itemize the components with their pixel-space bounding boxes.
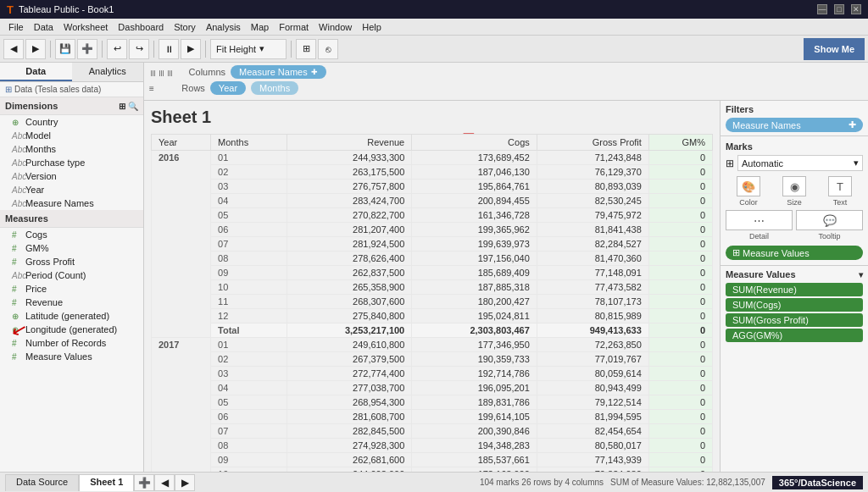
measure-longitude[interactable]: ⊕ Longitude (generated)	[0, 323, 143, 336]
mv-pill-cogs[interactable]: SUM(Cogs)	[726, 298, 863, 312]
size-icon: ◉	[782, 176, 806, 196]
minimize-btn[interactable]: —	[817, 4, 827, 14]
month-cell: 08	[211, 252, 287, 266]
abc-icon: Abc	[12, 185, 22, 195]
back-btn[interactable]: ◀	[3, 39, 24, 59]
measure-revenue[interactable]: # Revenue	[0, 296, 143, 309]
dim-months[interactable]: Abc Months	[0, 142, 143, 156]
measure-latitude[interactable]: ⊕ Latitude (generated)	[0, 309, 143, 323]
dim-measure-names[interactable]: Abc Measure Names	[0, 196, 143, 210]
tab-data[interactable]: Data	[0, 63, 72, 81]
maximize-btn[interactable]: □	[834, 4, 844, 14]
menu-dashboard[interactable]: Dashboard	[113, 21, 169, 33]
data-source-label[interactable]: ⊞ Data (Tesla sales data)	[0, 82, 143, 97]
show-me-button[interactable]: Show Me	[804, 38, 865, 60]
menu-window[interactable]: Window	[314, 21, 357, 33]
tab-analytics[interactable]: Analytics	[72, 63, 144, 81]
add-sheet-btn[interactable]: ➕	[134, 474, 154, 491]
th-gross-profit: Gross Profit	[537, 135, 648, 151]
marks-text-btn[interactable]: T Text	[828, 176, 852, 207]
nav-next-btn[interactable]: ▶	[175, 474, 195, 491]
fix-size-btn[interactable]: ⊞	[296, 39, 316, 59]
measure-period[interactable]: Abc Period (Count)	[0, 268, 143, 282]
mv-pill-gross-profit[interactable]: SUM(Gross Profit)	[726, 313, 863, 327]
close-btn[interactable]: ✕	[851, 4, 861, 14]
measure-gm[interactable]: # GM%	[0, 241, 143, 255]
redo-btn[interactable]: ↪	[129, 39, 149, 59]
cogs-cell: 180,200,427	[412, 295, 537, 309]
month-cell: 06	[211, 410, 287, 424]
hash-icon: #	[12, 285, 22, 294]
status-sum: SUM of Measure Values: 12,882,135,007	[610, 478, 765, 487]
marks-tooltip-btn[interactable]: 💬 Tooltip	[796, 210, 863, 240]
marks-color-btn[interactable]: 🎨 Color	[737, 176, 760, 207]
marks-type-dropdown[interactable]: Automatic ▾	[737, 155, 863, 171]
fit-dropdown[interactable]: Fit Height ▾	[210, 39, 287, 59]
nav-prev-btn[interactable]: ◀	[154, 474, 175, 491]
mv-cogs-label: SUM(Cogs)	[732, 300, 781, 310]
measure-measure-values[interactable]: # Measure Values	[0, 350, 143, 363]
cogs-cell: 197,156,040	[412, 252, 537, 266]
marks-detail-btn[interactable]: ⋯ Detail	[726, 210, 793, 240]
revenue-cell: 263,175,500	[287, 165, 412, 180]
menu-analysis[interactable]: Analysis	[201, 21, 246, 33]
dim-country[interactable]: ⊕ Country	[0, 115, 143, 129]
gm-cell: 0	[648, 381, 712, 395]
columns-pill-measure-names[interactable]: Measure Names ✚	[231, 65, 326, 79]
menu-map[interactable]: Map	[246, 21, 274, 33]
month-cell: 05	[211, 208, 287, 223]
gross-profit-cell: 80,815,989	[537, 309, 648, 323]
rows-pill-year[interactable]: Year	[210, 81, 246, 95]
month-cell: 04	[211, 381, 287, 395]
mv-dropdown-icon[interactable]: ▾	[859, 270, 863, 279]
pill-label: Measure Names	[239, 67, 308, 77]
menu-worksheet[interactable]: Worksheet	[58, 21, 113, 33]
search-icon[interactable]: 🔍	[128, 102, 138, 111]
gross-profit-cell: 77,148,091	[537, 266, 648, 280]
marks-size-btn[interactable]: ◉ Size	[782, 176, 806, 207]
dim-model[interactable]: Abc Model	[0, 129, 143, 142]
share-btn[interactable]: ⎋	[318, 39, 338, 59]
menu-data[interactable]: Data	[29, 21, 58, 33]
dim-purchase-type[interactable]: Abc Purchase type	[0, 156, 143, 169]
window-controls[interactable]: — □ ✕	[817, 4, 861, 14]
filter-pill-measure-names[interactable]: Measure Names ✚	[726, 118, 863, 132]
tab-datasource[interactable]: Data Source	[5, 474, 79, 491]
run-btn[interactable]: ▶	[181, 39, 201, 59]
dim-year[interactable]: Abc Year	[0, 183, 143, 196]
revenue-cell: 267,379,500	[287, 352, 412, 367]
dim-version[interactable]: Abc Version	[0, 169, 143, 183]
gm-cell: 0	[648, 252, 712, 266]
table-row: 04 283,424,700 200,894,455 82,530,245 0	[152, 194, 713, 208]
marks-title: Marks	[726, 141, 863, 152]
save-btn[interactable]: 💾	[55, 39, 75, 59]
undo-btn[interactable]: ↩	[107, 39, 127, 59]
menu-story[interactable]: Story	[169, 21, 201, 33]
measure-gross-profit[interactable]: # Gross Profit	[0, 255, 143, 268]
cogs-cell: 173,168,920	[412, 467, 537, 473]
rows-pill-months[interactable]: Months	[251, 81, 298, 95]
revenue-cell: 277,038,700	[287, 381, 412, 395]
measure-price[interactable]: # Price	[0, 282, 143, 296]
forward-btn[interactable]: ▶	[25, 39, 46, 59]
mv-pill-revenue[interactable]: SUM(Revenue)	[726, 283, 863, 296]
menu-format[interactable]: Format	[274, 21, 314, 33]
measure-cogs[interactable]: # Cogs	[0, 228, 143, 241]
revenue-cell: 278,626,400	[287, 252, 412, 266]
menu-file[interactable]: File	[3, 21, 29, 33]
marks-buttons: 🎨 Color ◉ Size T Text	[726, 176, 863, 207]
marks-type-icon: ⊞	[726, 158, 734, 169]
dimensions-actions: ⊞ 🔍	[119, 102, 138, 111]
measure-num-records[interactable]: # Number of Records	[0, 336, 143, 350]
mv-pill-agg-gm[interactable]: AGG(GM%) ←	[726, 329, 863, 342]
pause-btn[interactable]: ⏸	[159, 39, 179, 59]
revenue-cell: 281,207,400	[287, 223, 412, 237]
add-datasource-btn[interactable]: ➕	[77, 39, 97, 59]
menu-help[interactable]: Help	[357, 21, 387, 33]
measure-values-shelf-pill[interactable]: ⊞ Measure Values	[726, 246, 863, 260]
tab-sheet1[interactable]: Sheet 1	[79, 474, 134, 491]
data-table: Year Months Revenue Cogs Gross Profit GM…	[151, 134, 713, 472]
gross-profit-cell: 80,580,017	[537, 439, 648, 453]
total-revenue: 3,253,217,100	[287, 323, 412, 338]
sort-icon[interactable]: ⊞	[119, 102, 125, 111]
